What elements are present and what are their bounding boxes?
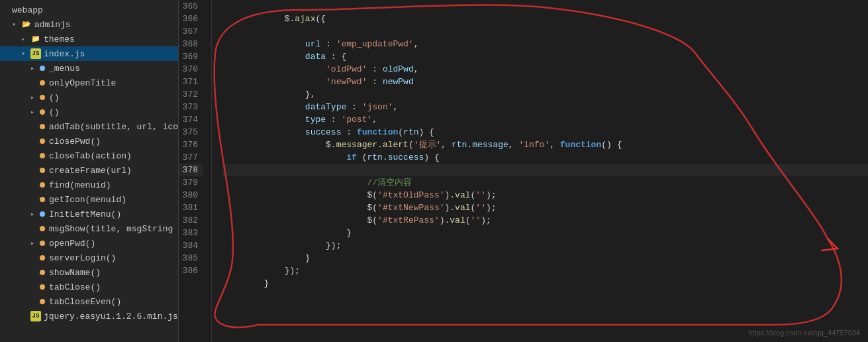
ln-375: 375 (179, 126, 203, 139)
initleftmenu-arrow (30, 210, 40, 218)
folder-open-icon (21, 19, 32, 30)
ln-379: 379 (179, 176, 203, 189)
code-line-383: }); (222, 227, 868, 239)
ln-377: 377 (179, 151, 203, 164)
folder-icon (30, 34, 41, 44)
code-line-375: $.messager.alert('提示', rtn.message, 'inf… (222, 126, 868, 139)
code-line-374: success : function(rtn) { (222, 113, 868, 126)
sidebar-item-func2[interactable]: () (0, 105, 178, 119)
sidebar-item-adminjs[interactable]: adminjs (0, 17, 178, 32)
closetab-label: closeTab(action) (49, 151, 132, 161)
ln-369: 369 (179, 50, 203, 63)
onlyopentitle-label: onlyOpenTitle (49, 78, 116, 88)
sidebar-item-onlyopentitle[interactable]: onlyOpenTitle (0, 76, 178, 90)
geticon-label: getIcon(menuid) (49, 195, 126, 205)
code-line-366 (222, 13, 868, 25)
openpwd-arrow (30, 239, 40, 247)
code-line-368: data : { (222, 38, 868, 50)
sidebar-item-addtab[interactable]: addTab(subtitle, url, icon) (0, 119, 178, 134)
sidebar-item-themes[interactable]: themes (0, 32, 178, 46)
code-line-380: $('#txtNewPass').val(''); (222, 189, 868, 201)
code-line-372: dataType : 'json', (222, 88, 868, 101)
msgshow-dot-icon (40, 226, 45, 231)
jquery-js-icon (30, 311, 41, 321)
tabcloseeven-label: tabCloseEven() (49, 297, 121, 307)
sidebar-item-indexjs[interactable]: index.js (0, 46, 178, 61)
ln-382: 382 (179, 214, 203, 227)
func2-arrow (30, 108, 40, 116)
js-file-icon (30, 48, 41, 59)
ln-384: 384 (179, 239, 203, 252)
closepwd-dot-icon (40, 139, 45, 144)
menus-dot-icon (40, 66, 45, 71)
sidebar-item-initleftmenu[interactable]: InitLeftMenu() (0, 207, 178, 221)
code-line-378: //清空内容 (222, 164, 868, 176)
sidebar-item-openpwd[interactable]: openPwd() (0, 236, 178, 251)
sidebar-item-serverlogin[interactable]: serverLogin() (0, 251, 178, 265)
sidebar-item-func1[interactable]: () (0, 90, 178, 105)
sidebar-item-closetab[interactable]: closeTab(action) (0, 148, 178, 163)
showname-label: showName() (49, 268, 101, 278)
code-line-371: }, (222, 76, 868, 88)
sidebar-item-find[interactable]: find(menuid) (0, 178, 178, 192)
createframe-dot-icon (40, 168, 45, 173)
addtab-dot-icon (40, 124, 45, 129)
ln-374: 374 (179, 113, 203, 126)
code-line-381: $('#txtRePass').val(''); (222, 201, 868, 214)
code-editor[interactable]: 365 366 367 368 369 370 371 372 373 374 … (179, 0, 868, 342)
code-line-370: 'newPwd' : newPwd (222, 63, 868, 76)
jquery-label: jquery.easyui.1.2.6.min.js (44, 312, 178, 321)
code-line-385: }); (222, 252, 868, 264)
sidebar-item-showname[interactable]: showName() (0, 265, 178, 280)
code-line-373: type : 'post', (222, 101, 868, 113)
file-tree: webapp adminjs themes index.js _menus on… (0, 0, 179, 342)
onlyopentitle-dot-icon (40, 80, 45, 86)
closepwd-label: closePwd() (49, 137, 101, 146)
sidebar-item-jquery[interactable]: jquery.easyui.1.2.6.min.js (0, 309, 178, 323)
code-line-367: url : 'emp_updatePwd', (222, 25, 868, 38)
ln-370: 370 (179, 63, 203, 76)
ln-380: 380 (179, 189, 203, 201)
code-line-369: 'oldPwd' : oldPwd, (222, 50, 868, 63)
code-line-365: $.ajax({ (222, 0, 868, 13)
ln-365: 365 (179, 0, 203, 13)
code-line-379: $('#txtOldPass').val(''); (222, 176, 868, 189)
tabclose-dot-icon (40, 284, 45, 290)
geticon-dot-icon (40, 197, 45, 202)
indexjs-label: index.js (44, 49, 85, 59)
openpwd-label: openPwd() (49, 239, 95, 249)
ln-371: 371 (179, 76, 203, 88)
initleftmenu-dot-icon (40, 211, 45, 217)
func1-label: () (49, 93, 60, 103)
code-line-376: if (rtn.success) { (222, 139, 868, 151)
tree-root[interactable]: webapp (0, 3, 178, 17)
ln-366: 366 (179, 13, 203, 25)
ln-378: 378 (179, 164, 203, 176)
code-line-384: } (222, 239, 868, 252)
find-dot-icon (40, 182, 45, 188)
addtab-label: addTab(subtitle, url, icon) (49, 122, 179, 132)
func1-dot-icon (40, 95, 45, 100)
tabcloseeven-dot-icon (40, 299, 45, 304)
code-line-386: } (222, 264, 868, 277)
sidebar-item-msgshow[interactable]: msgShow(title, msgString (0, 221, 178, 236)
sidebar-item-menus[interactable]: _menus (0, 61, 178, 76)
themes-label: themes (44, 34, 75, 44)
sidebar-item-tabclose[interactable]: tabClose() (0, 280, 178, 294)
ln-381: 381 (179, 201, 203, 214)
tabclose-label: tabClose() (49, 282, 101, 292)
adminjs-arrow (12, 21, 21, 28)
ln-385: 385 (179, 252, 203, 264)
sidebar-item-geticon[interactable]: getIcon(menuid) (0, 192, 178, 207)
code-line-377: $('#w').dialog('close'); (222, 151, 868, 164)
ln-376: 376 (179, 139, 203, 151)
func2-dot-icon (40, 109, 45, 115)
sidebar-item-createframe[interactable]: createFrame(url) (0, 163, 178, 178)
showname-dot-icon (40, 270, 45, 275)
watermark: https://blog.csdn.net/qq_44757034 (748, 329, 860, 337)
func2-label: () (49, 107, 60, 117)
menus-arrow (30, 64, 40, 72)
ln-386: 386 (179, 264, 203, 277)
sidebar-item-closepwd[interactable]: closePwd() (0, 134, 178, 148)
sidebar-item-tabcloseeven[interactable]: tabCloseEven() (0, 294, 178, 309)
